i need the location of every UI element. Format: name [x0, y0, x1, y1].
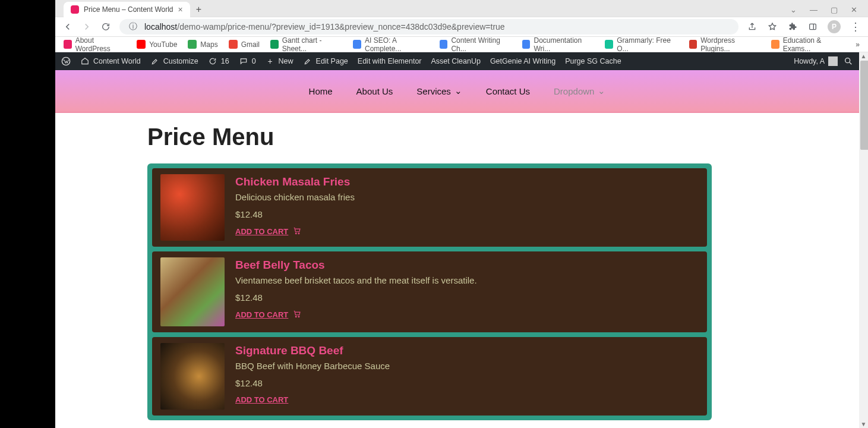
wp-site-name: Content World	[93, 57, 141, 65]
wp-customize-link[interactable]: Customize	[150, 56, 198, 66]
extensions-icon[interactable]	[787, 21, 798, 32]
menu-item-title: Signature BBQ Beef	[235, 344, 390, 357]
bookmark-item[interactable]: Education & Exams...	[771, 36, 845, 53]
svg-point-6	[298, 316, 299, 317]
scrollbar-thumb[interactable]	[860, 61, 868, 150]
bookmark-favicon	[229, 40, 238, 49]
share-icon[interactable]	[747, 21, 757, 32]
wp-customize-label: Customize	[163, 57, 198, 65]
nav-services[interactable]: Services ⌄	[416, 86, 462, 96]
forward-button[interactable]	[81, 21, 92, 32]
add-to-cart-link[interactable]: ADD TO CART	[235, 395, 390, 404]
menu-item-price: $12.48	[235, 378, 390, 388]
bookmark-label: Gantt chart - Sheet...	[282, 36, 343, 53]
tab-close-button[interactable]: ×	[178, 5, 183, 14]
menu-item-image	[160, 174, 225, 241]
bookmark-item[interactable]: Documentation Wri...	[522, 36, 595, 53]
reload-button[interactable]	[100, 21, 111, 32]
bookmark-label: AI SEO: A Complete...	[365, 36, 429, 53]
bookmarks-overflow-button[interactable]: »	[856, 40, 860, 49]
bookmarks-bar: About WordPressYouTubeMapsGmailGantt cha…	[55, 37, 868, 52]
bookmark-favicon	[188, 40, 197, 49]
nav-home[interactable]: Home	[309, 86, 333, 96]
wp-comments-count: 0	[252, 57, 256, 65]
browser-tab[interactable]: Price Menu – Content World ×	[64, 2, 190, 17]
bookmark-label: About WordPress	[75, 36, 127, 53]
wp-logo-button[interactable]	[61, 56, 71, 66]
menu-item-title: Beef Belly Tacos	[235, 259, 477, 272]
wp-asset-cleanup-link[interactable]: Asset CleanUp	[431, 57, 481, 65]
bookmark-label: Gmail	[241, 40, 260, 49]
nav-dropdown[interactable]: Dropdown ⌄	[554, 86, 605, 96]
wp-getgenie-link[interactable]: GetGenie AI Writing	[490, 57, 555, 65]
new-tab-button[interactable]: +	[196, 4, 201, 15]
bookmark-item[interactable]: Grammarly: Free O...	[605, 36, 678, 53]
menu-item-price: $12.48	[235, 292, 477, 303]
add-to-cart-label: ADD TO CART	[235, 227, 288, 236]
wp-updates-count: 16	[221, 57, 229, 65]
wp-purge-cache-link[interactable]: Purge SG Cache	[565, 57, 621, 65]
window-maximize-button[interactable]: ▢	[831, 5, 838, 14]
address-row: ⓘ localhost/demo-wamp/price-menu/?previe…	[55, 17, 868, 37]
nav-contact[interactable]: Contact Us	[486, 86, 530, 96]
add-to-cart-link[interactable]: ADD TO CART	[235, 226, 355, 237]
tab-favicon	[71, 5, 79, 14]
bookmark-item[interactable]: YouTube	[137, 40, 177, 49]
site-info-icon[interactable]: ⓘ	[128, 21, 138, 32]
bookmark-item[interactable]: About WordPress	[64, 36, 126, 53]
bookmark-favicon	[522, 40, 531, 49]
bookmark-star-icon[interactable]	[767, 21, 778, 32]
menu-item-description: Delicious chicken masala fries	[235, 192, 355, 202]
back-button[interactable]	[62, 21, 73, 32]
add-to-cart-link[interactable]: ADD TO CART	[235, 310, 477, 320]
wp-elementor-link[interactable]: Edit with Elementor	[358, 57, 422, 65]
chevron-down-icon[interactable]: ⌄	[790, 5, 797, 14]
wp-user-avatar	[828, 56, 838, 66]
bookmark-favicon	[689, 40, 697, 49]
browser-menu-button[interactable]: ⋮	[850, 20, 861, 33]
bookmark-item[interactable]: Maps	[188, 40, 217, 49]
svg-rect-0	[810, 24, 816, 29]
nav-dropdown-label: Dropdown	[554, 86, 594, 96]
add-to-cart-label: ADD TO CART	[235, 395, 288, 404]
wp-updates-link[interactable]: 16	[208, 56, 229, 66]
page-scrollbar[interactable]: ▲ ▼	[859, 52, 868, 428]
menu-item-image	[160, 343, 225, 410]
scroll-down-arrow-icon[interactable]: ▼	[859, 421, 868, 427]
wp-howdy-link[interactable]: Howdy, A	[794, 56, 838, 66]
wp-site-link[interactable]: Content World	[80, 56, 141, 66]
svg-point-4	[298, 233, 299, 234]
url-path: /demo-wamp/price-menu/?preview_id=1913&p…	[177, 22, 504, 32]
bookmark-favicon	[440, 40, 448, 49]
wp-comments-link[interactable]: 0	[239, 56, 256, 66]
wp-new-link[interactable]: + New	[266, 56, 293, 66]
bookmark-label: Content Writing Ch...	[451, 36, 511, 53]
cart-icon	[293, 226, 301, 237]
url-host: localhost	[144, 22, 177, 32]
side-panel-icon[interactable]	[807, 21, 818, 32]
svg-point-2	[845, 58, 850, 63]
bookmark-item[interactable]: Content Writing Ch...	[440, 36, 512, 53]
bookmark-label: Documentation Wri...	[534, 36, 594, 53]
nav-about[interactable]: About Us	[356, 86, 393, 96]
menu-item-card: Beef Belly TacosVientamese beef brisket …	[152, 251, 707, 332]
address-bar[interactable]: ⓘ localhost/demo-wamp/price-menu/?previe…	[119, 19, 738, 34]
bookmark-item[interactable]: Wordpress Plugins...	[689, 36, 760, 53]
wp-edit-page-link[interactable]: Edit Page	[303, 56, 348, 66]
window-minimize-button[interactable]: —	[810, 5, 818, 14]
bookmark-favicon	[771, 40, 779, 49]
bookmark-item[interactable]: AI SEO: A Complete...	[353, 36, 428, 53]
wp-new-label: New	[279, 57, 293, 65]
window-close-button[interactable]: ✕	[851, 5, 857, 14]
bookmark-favicon	[270, 40, 279, 49]
profile-avatar[interactable]: P	[828, 20, 841, 33]
chevron-down-icon: ⌄	[454, 86, 462, 96]
bookmark-item[interactable]: Gantt chart - Sheet...	[270, 36, 342, 53]
menu-item-card: Chicken Masala FriesDelicious chicken ma…	[152, 168, 707, 247]
bookmark-favicon	[137, 40, 146, 49]
bookmark-item[interactable]: Gmail	[229, 40, 260, 49]
bookmark-favicon	[605, 40, 613, 49]
price-menu-list: Chicken Masala FriesDelicious chicken ma…	[147, 163, 712, 420]
scroll-up-arrow-icon[interactable]: ▲	[859, 53, 868, 59]
wp-search-button[interactable]	[844, 56, 853, 66]
